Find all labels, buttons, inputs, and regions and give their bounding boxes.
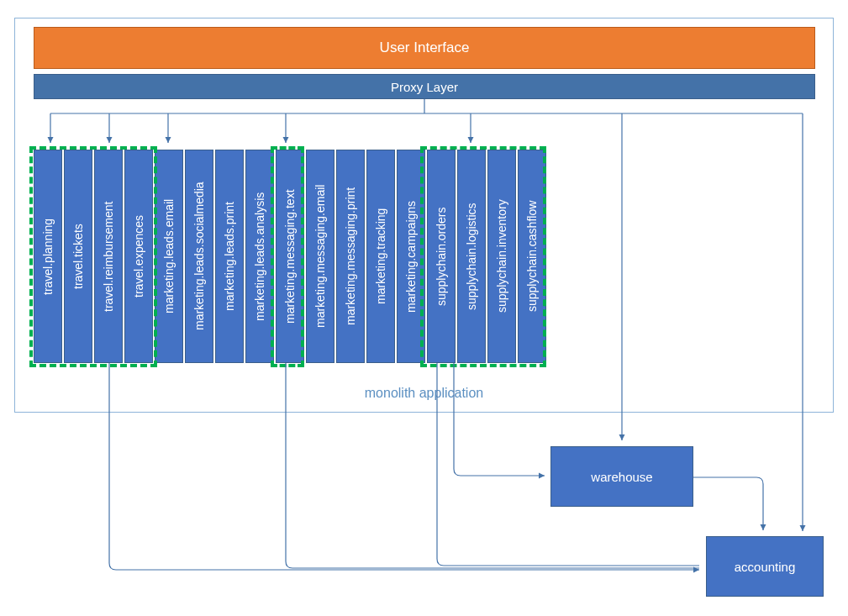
module-marketing-leads-print: marketing.leads.print xyxy=(215,150,244,363)
module-travel-expences: travel.expences xyxy=(124,150,153,363)
module-travel-planning: travel.planning xyxy=(34,150,62,363)
module-marketing-messaging-text: marketing.messaging.text xyxy=(276,150,304,363)
module-travel-tickets: travel.tickets xyxy=(64,150,92,363)
module-marketing-leads-email: marketing.leads.email xyxy=(155,150,183,363)
module-marketing-campaigns: marketing.campaigns xyxy=(397,150,425,363)
module-marketing-messaging-email: marketing.messaging.email xyxy=(306,150,334,363)
accounting-box: accounting xyxy=(706,536,824,597)
module-travel-reimbursement: travel.reimbursement xyxy=(94,150,123,363)
monolith-label: monolith application xyxy=(14,386,834,401)
module-supplychain-inventory: supplychain.inventory xyxy=(487,150,516,363)
modules-row: travel.planning travel.tickets travel.re… xyxy=(34,150,546,363)
module-supplychain-logistics: supplychain.logistics xyxy=(457,150,486,363)
module-marketing-messaging-print: marketing.messaging.print xyxy=(336,150,365,363)
module-supplychain-orders: supplychain.orders xyxy=(427,150,456,363)
module-marketing-leads-socialmedia: marketing.leads.socialmedia xyxy=(185,150,213,363)
module-marketing-tracking: marketing.tracking xyxy=(366,150,395,363)
warehouse-box: warehouse xyxy=(550,446,693,507)
user-interface-layer: User Interface xyxy=(34,27,815,69)
proxy-layer: Proxy Layer xyxy=(34,74,815,99)
module-marketing-leads-analysis: marketing.leads.analysis xyxy=(245,150,274,363)
module-supplychain-cashflow: supplychain.cashflow xyxy=(518,150,546,363)
